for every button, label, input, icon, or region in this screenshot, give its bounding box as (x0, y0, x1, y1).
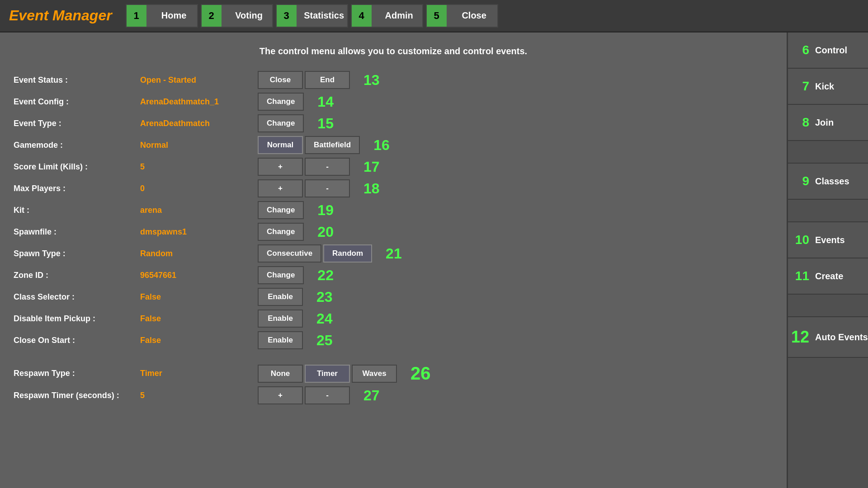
sidebar-item-classes[interactable]: 9 Classes (788, 164, 868, 200)
nav-statistics[interactable]: 3 Statistics (276, 4, 348, 28)
btn-timer-minus[interactable]: - (305, 386, 350, 404)
btn-players-minus[interactable]: - (305, 179, 350, 197)
nav-num-4: 4 (352, 5, 372, 27)
label-event-status: Event Status : (14, 75, 140, 85)
nav-voting[interactable]: 2 Voting (201, 4, 273, 28)
sb-label-create: Create (813, 271, 868, 282)
sb-label-events: Events (813, 235, 868, 245)
btn-score-plus[interactable]: + (258, 158, 303, 176)
controls-respawn-type: None Timer Waves (258, 365, 397, 383)
value-zone-id: 96547661 (140, 271, 258, 280)
value-spawnfile: dmspawns1 (140, 227, 258, 237)
sidebar-item-auto-events[interactable]: 12 Auto Events (788, 317, 868, 358)
btn-end-event[interactable]: End (305, 71, 350, 89)
value-event-type: ArenaDeathmatch (140, 119, 258, 128)
row-spawnfile: Spawnfile : dmspawns1 Change 20 (14, 222, 773, 242)
nav-admin[interactable]: 4 Admin (351, 4, 423, 28)
label-respawn-timer: Respawn Timer (seconds) : (14, 391, 140, 400)
value-kit: arena (140, 206, 258, 215)
line-20: 20 (317, 224, 334, 240)
value-respawn-type: Timer (140, 369, 258, 378)
controls-event-type: Change (258, 114, 304, 132)
label-spawnfile: Spawnfile : (14, 227, 140, 237)
sb-label-kick: Kick (813, 81, 868, 92)
btn-change-config[interactable]: Change (258, 93, 304, 111)
sidebar-item-control[interactable]: 6 Control (788, 33, 868, 69)
btn-change-kit[interactable]: Change (258, 201, 304, 219)
app-title: Event Manager (9, 7, 112, 24)
controls-respawn-timer: + - (258, 386, 350, 404)
label-kit: Kit : (14, 206, 140, 215)
nav-label-home: Home (151, 10, 197, 21)
sb-num-9: 9 (788, 174, 813, 188)
btn-respawn-timer[interactable]: Timer (305, 365, 350, 383)
row-event-config: Event Config : ArenaDeathmatch_1 Change … (14, 92, 773, 112)
value-class-selector: False (140, 292, 258, 302)
btn-random[interactable]: Random (323, 244, 372, 263)
sb-num-10: 10 (788, 233, 813, 247)
btn-players-plus[interactable]: + (258, 179, 303, 197)
label-max-players: Max Players : (14, 184, 140, 193)
row-spawn-type: Spawn Type : Random Consecutive Random 2… (14, 244, 773, 263)
btn-enable-pickup[interactable]: Enable (258, 310, 303, 328)
btn-respawn-none[interactable]: None (258, 365, 303, 383)
sidebar-item-join[interactable]: 8 Join (788, 105, 868, 141)
btn-change-type[interactable]: Change (258, 114, 304, 132)
btn-respawn-waves[interactable]: Waves (352, 365, 397, 383)
row-respawn-timer: Respawn Timer (seconds) : 5 + - 27 (14, 385, 773, 405)
line-25: 25 (316, 332, 333, 349)
label-gamemode: Gamemode : (14, 141, 140, 150)
controls-class-selector: Enable (258, 288, 303, 306)
row-event-status: Event Status : Open - Started Close End … (14, 70, 773, 90)
label-zone-id: Zone ID : (14, 271, 140, 280)
nav-label-close: Close (451, 10, 497, 21)
sidebar-item-events[interactable]: 10 Events (788, 222, 868, 258)
row-max-players: Max Players : 0 + - 18 (14, 178, 773, 198)
label-close-on-start: Close On Start : (14, 336, 140, 345)
sidebar-spacer-3 (788, 295, 868, 317)
value-disable-pickup: False (140, 314, 258, 324)
value-event-config: ArenaDeathmatch_1 (140, 97, 258, 107)
row-class-selector: Class Selector : False Enable 23 (14, 287, 773, 307)
controls-spawnfile: Change (258, 223, 304, 241)
sb-num-6: 6 (788, 43, 813, 57)
row-respawn-type: Respawn Type : Timer None Timer Waves 26 (14, 363, 773, 384)
sidebar: 6 Control 7 Kick 8 Join 9 Classes 10 Eve… (787, 33, 868, 488)
controls-close-on-start: Enable (258, 331, 303, 349)
line-26: 26 (410, 363, 431, 384)
controls-max-players: + - (258, 179, 350, 197)
row-kit: Kit : arena Change 19 (14, 200, 773, 220)
line-23: 23 (316, 289, 333, 305)
label-score-limit: Score Limit (Kills) : (14, 162, 140, 172)
nav-num-3: 3 (277, 5, 297, 27)
label-disable-pickup: Disable Item Pickup : (14, 314, 140, 324)
sidebar-item-create[interactable]: 11 Create (788, 258, 868, 295)
btn-timer-plus[interactable]: + (258, 386, 303, 404)
btn-enable-class[interactable]: Enable (258, 288, 303, 306)
btn-gamemode-battlefield[interactable]: Battlefield (305, 136, 360, 154)
btn-change-zone[interactable]: Change (258, 266, 304, 284)
btn-consecutive[interactable]: Consecutive (258, 244, 321, 263)
nav-home[interactable]: 1 Home (126, 4, 198, 28)
line-16: 16 (373, 137, 390, 154)
btn-close-event[interactable]: Close (258, 71, 303, 89)
sidebar-spacer-1 (788, 141, 868, 164)
btn-score-minus[interactable]: - (305, 158, 350, 176)
nav-close[interactable]: 5 Close (426, 4, 498, 28)
line-14: 14 (317, 94, 334, 110)
sidebar-item-kick[interactable]: 7 Kick (788, 69, 868, 105)
btn-enable-close[interactable]: Enable (258, 331, 303, 349)
controls-kit: Change (258, 201, 304, 219)
nav-label-statistics: Statistics (301, 10, 347, 21)
line-15: 15 (317, 115, 334, 132)
sb-label-auto-events: Auto Events (813, 332, 868, 343)
info-banner: The control menu allows you to customize… (14, 42, 773, 61)
line-18: 18 (363, 180, 380, 197)
nav-label-admin: Admin (376, 10, 422, 21)
btn-change-spawnfile[interactable]: Change (258, 223, 304, 241)
btn-gamemode-normal[interactable]: Normal (258, 136, 303, 154)
line-21: 21 (386, 245, 402, 262)
row-zone-id: Zone ID : 96547661 Change 22 (14, 265, 773, 285)
line-17: 17 (363, 159, 380, 175)
label-event-type: Event Type : (14, 119, 140, 128)
